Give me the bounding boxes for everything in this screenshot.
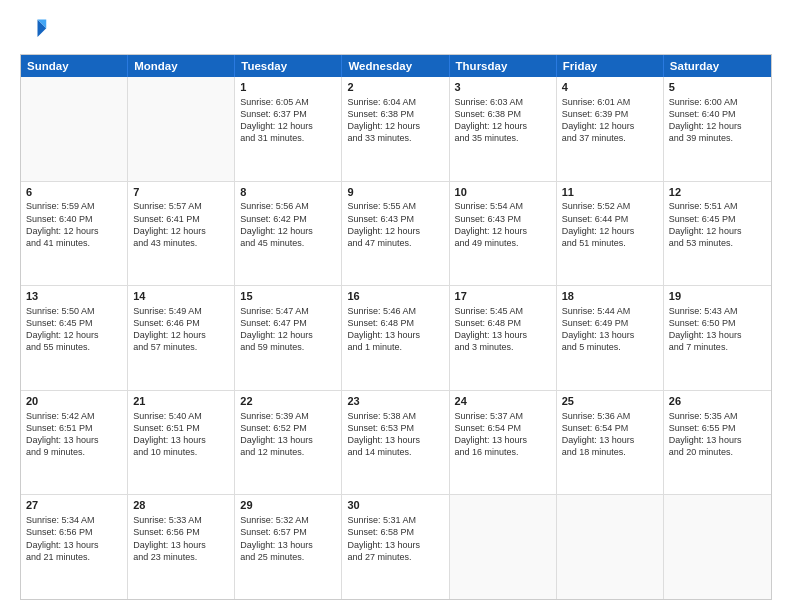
cell-text: Sunrise: 5:39 AM Sunset: 6:52 PM Dayligh… [240, 410, 336, 459]
calendar-cell: 10Sunrise: 5:54 AM Sunset: 6:43 PM Dayli… [450, 182, 557, 286]
cell-text: Sunrise: 5:38 AM Sunset: 6:53 PM Dayligh… [347, 410, 443, 459]
day-number: 10 [455, 185, 551, 200]
day-number: 6 [26, 185, 122, 200]
cell-text: Sunrise: 5:46 AM Sunset: 6:48 PM Dayligh… [347, 305, 443, 354]
cell-text: Sunrise: 5:44 AM Sunset: 6:49 PM Dayligh… [562, 305, 658, 354]
day-number: 29 [240, 498, 336, 513]
calendar-cell [557, 495, 664, 599]
calendar-row: 20Sunrise: 5:42 AM Sunset: 6:51 PM Dayli… [21, 391, 771, 496]
cell-text: Sunrise: 5:40 AM Sunset: 6:51 PM Dayligh… [133, 410, 229, 459]
day-number: 28 [133, 498, 229, 513]
day-number: 17 [455, 289, 551, 304]
calendar-cell: 9Sunrise: 5:55 AM Sunset: 6:43 PM Daylig… [342, 182, 449, 286]
cell-text: Sunrise: 5:49 AM Sunset: 6:46 PM Dayligh… [133, 305, 229, 354]
calendar-cell: 20Sunrise: 5:42 AM Sunset: 6:51 PM Dayli… [21, 391, 128, 495]
calendar-cell: 25Sunrise: 5:36 AM Sunset: 6:54 PM Dayli… [557, 391, 664, 495]
day-number: 25 [562, 394, 658, 409]
cell-text: Sunrise: 5:34 AM Sunset: 6:56 PM Dayligh… [26, 514, 122, 563]
day-number: 11 [562, 185, 658, 200]
page: SundayMondayTuesdayWednesdayThursdayFrid… [0, 0, 792, 612]
logo-icon [20, 16, 48, 44]
day-number: 30 [347, 498, 443, 513]
calendar-cell: 22Sunrise: 5:39 AM Sunset: 6:52 PM Dayli… [235, 391, 342, 495]
calendar: SundayMondayTuesdayWednesdayThursdayFrid… [20, 54, 772, 600]
day-number: 3 [455, 80, 551, 95]
calendar-body: 1Sunrise: 6:05 AM Sunset: 6:37 PM Daylig… [21, 77, 771, 599]
cell-text: Sunrise: 6:03 AM Sunset: 6:38 PM Dayligh… [455, 96, 551, 145]
day-number: 8 [240, 185, 336, 200]
day-number: 2 [347, 80, 443, 95]
calendar-cell: 11Sunrise: 5:52 AM Sunset: 6:44 PM Dayli… [557, 182, 664, 286]
calendar-cell: 14Sunrise: 5:49 AM Sunset: 6:46 PM Dayli… [128, 286, 235, 390]
day-number: 16 [347, 289, 443, 304]
calendar-cell [664, 495, 771, 599]
calendar-cell: 7Sunrise: 5:57 AM Sunset: 6:41 PM Daylig… [128, 182, 235, 286]
calendar-cell: 18Sunrise: 5:44 AM Sunset: 6:49 PM Dayli… [557, 286, 664, 390]
logo [20, 16, 52, 44]
calendar-cell: 26Sunrise: 5:35 AM Sunset: 6:55 PM Dayli… [664, 391, 771, 495]
calendar-header-cell: Tuesday [235, 55, 342, 77]
calendar-cell: 23Sunrise: 5:38 AM Sunset: 6:53 PM Dayli… [342, 391, 449, 495]
cell-text: Sunrise: 6:04 AM Sunset: 6:38 PM Dayligh… [347, 96, 443, 145]
cell-text: Sunrise: 5:43 AM Sunset: 6:50 PM Dayligh… [669, 305, 766, 354]
calendar-cell [21, 77, 128, 181]
cell-text: Sunrise: 5:55 AM Sunset: 6:43 PM Dayligh… [347, 200, 443, 249]
calendar-header-cell: Monday [128, 55, 235, 77]
calendar-header-cell: Friday [557, 55, 664, 77]
calendar-cell: 30Sunrise: 5:31 AM Sunset: 6:58 PM Dayli… [342, 495, 449, 599]
day-number: 22 [240, 394, 336, 409]
calendar-cell: 19Sunrise: 5:43 AM Sunset: 6:50 PM Dayli… [664, 286, 771, 390]
calendar-header-cell: Saturday [664, 55, 771, 77]
day-number: 27 [26, 498, 122, 513]
calendar-row: 27Sunrise: 5:34 AM Sunset: 6:56 PM Dayli… [21, 495, 771, 599]
cell-text: Sunrise: 5:32 AM Sunset: 6:57 PM Dayligh… [240, 514, 336, 563]
day-number: 5 [669, 80, 766, 95]
calendar-row: 13Sunrise: 5:50 AM Sunset: 6:45 PM Dayli… [21, 286, 771, 391]
calendar-header-cell: Wednesday [342, 55, 449, 77]
cell-text: Sunrise: 5:42 AM Sunset: 6:51 PM Dayligh… [26, 410, 122, 459]
calendar-cell: 4Sunrise: 6:01 AM Sunset: 6:39 PM Daylig… [557, 77, 664, 181]
cell-text: Sunrise: 6:00 AM Sunset: 6:40 PM Dayligh… [669, 96, 766, 145]
day-number: 26 [669, 394, 766, 409]
cell-text: Sunrise: 5:35 AM Sunset: 6:55 PM Dayligh… [669, 410, 766, 459]
calendar-cell: 24Sunrise: 5:37 AM Sunset: 6:54 PM Dayli… [450, 391, 557, 495]
calendar-cell: 13Sunrise: 5:50 AM Sunset: 6:45 PM Dayli… [21, 286, 128, 390]
calendar-header-cell: Thursday [450, 55, 557, 77]
calendar-cell: 8Sunrise: 5:56 AM Sunset: 6:42 PM Daylig… [235, 182, 342, 286]
day-number: 15 [240, 289, 336, 304]
cell-text: Sunrise: 5:51 AM Sunset: 6:45 PM Dayligh… [669, 200, 766, 249]
day-number: 9 [347, 185, 443, 200]
day-number: 7 [133, 185, 229, 200]
cell-text: Sunrise: 5:56 AM Sunset: 6:42 PM Dayligh… [240, 200, 336, 249]
day-number: 13 [26, 289, 122, 304]
cell-text: Sunrise: 5:59 AM Sunset: 6:40 PM Dayligh… [26, 200, 122, 249]
calendar-header: SundayMondayTuesdayWednesdayThursdayFrid… [21, 55, 771, 77]
cell-text: Sunrise: 5:31 AM Sunset: 6:58 PM Dayligh… [347, 514, 443, 563]
day-number: 14 [133, 289, 229, 304]
calendar-cell [450, 495, 557, 599]
day-number: 24 [455, 394, 551, 409]
day-number: 1 [240, 80, 336, 95]
calendar-cell: 28Sunrise: 5:33 AM Sunset: 6:56 PM Dayli… [128, 495, 235, 599]
day-number: 21 [133, 394, 229, 409]
day-number: 19 [669, 289, 766, 304]
calendar-cell: 16Sunrise: 5:46 AM Sunset: 6:48 PM Dayli… [342, 286, 449, 390]
calendar-row: 6Sunrise: 5:59 AM Sunset: 6:40 PM Daylig… [21, 182, 771, 287]
cell-text: Sunrise: 5:45 AM Sunset: 6:48 PM Dayligh… [455, 305, 551, 354]
day-number: 23 [347, 394, 443, 409]
calendar-cell: 12Sunrise: 5:51 AM Sunset: 6:45 PM Dayli… [664, 182, 771, 286]
cell-text: Sunrise: 6:05 AM Sunset: 6:37 PM Dayligh… [240, 96, 336, 145]
calendar-cell: 17Sunrise: 5:45 AM Sunset: 6:48 PM Dayli… [450, 286, 557, 390]
day-number: 4 [562, 80, 658, 95]
calendar-cell: 27Sunrise: 5:34 AM Sunset: 6:56 PM Dayli… [21, 495, 128, 599]
cell-text: Sunrise: 5:36 AM Sunset: 6:54 PM Dayligh… [562, 410, 658, 459]
cell-text: Sunrise: 5:57 AM Sunset: 6:41 PM Dayligh… [133, 200, 229, 249]
day-number: 20 [26, 394, 122, 409]
calendar-cell: 5Sunrise: 6:00 AM Sunset: 6:40 PM Daylig… [664, 77, 771, 181]
cell-text: Sunrise: 6:01 AM Sunset: 6:39 PM Dayligh… [562, 96, 658, 145]
header [20, 16, 772, 44]
calendar-header-cell: Sunday [21, 55, 128, 77]
cell-text: Sunrise: 5:52 AM Sunset: 6:44 PM Dayligh… [562, 200, 658, 249]
calendar-cell: 21Sunrise: 5:40 AM Sunset: 6:51 PM Dayli… [128, 391, 235, 495]
day-number: 18 [562, 289, 658, 304]
